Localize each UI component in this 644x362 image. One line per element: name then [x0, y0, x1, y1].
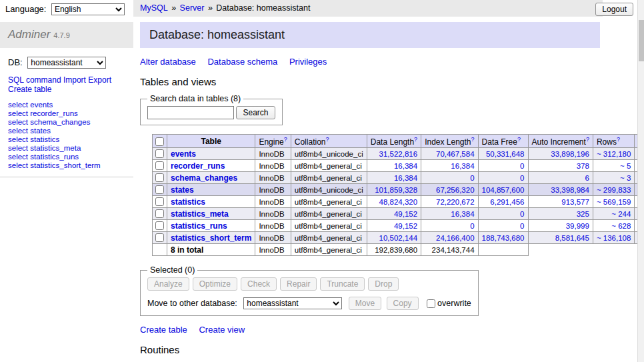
row-checkbox-recorder_runs[interactable]: [155, 161, 164, 170]
select-link-statistics_runs[interactable]: select: [8, 153, 28, 161]
table-name-link-schema_changes[interactable]: schema_changes: [171, 173, 237, 183]
help-link-data-length[interactable]: ?: [414, 136, 417, 143]
db-link-privileges[interactable]: Privileges: [289, 57, 327, 67]
data-free-link[interactable]: 0: [520, 222, 524, 230]
db-link-alter-database[interactable]: Alter database: [140, 57, 196, 67]
data-free-link[interactable]: 0: [520, 210, 524, 218]
data-free-link[interactable]: 0: [520, 174, 524, 182]
index-length-link[interactable]: 0: [470, 174, 474, 182]
table-name-link-states[interactable]: states: [171, 185, 194, 195]
data-length-link[interactable]: 31,522,816: [379, 150, 418, 158]
overwrite-option[interactable]: overwrite: [427, 299, 471, 308]
data-length-link[interactable]: 16,384: [394, 162, 417, 170]
db-link-database-schema[interactable]: Database schema: [207, 57, 277, 67]
data-length-link[interactable]: 49,152: [394, 210, 417, 218]
index-length-link[interactable]: 16,384: [451, 162, 474, 170]
auto-increment-link[interactable]: 6: [585, 174, 589, 182]
row-checkbox-statistics_runs[interactable]: [155, 221, 164, 230]
check-button[interactable]: Check: [241, 277, 277, 291]
table-name-link-statistics[interactable]: statistics: [171, 197, 205, 207]
select-link-statistics[interactable]: select: [8, 135, 28, 143]
drop-button[interactable]: Drop: [368, 277, 399, 291]
sidebar-table-link-statistics_short_term[interactable]: statistics_short_term: [30, 161, 100, 169]
data-length-link[interactable]: 10,502,144: [379, 234, 418, 242]
data-free-link[interactable]: 0: [520, 162, 524, 170]
data-free-link[interactable]: 6,291,456: [490, 198, 524, 206]
sidebar-link-sql-command[interactable]: SQL command: [8, 75, 61, 85]
index-length-link[interactable]: 70,467,584: [436, 150, 475, 158]
rows-link[interactable]: ~ 569,159: [597, 198, 631, 206]
analyze-button[interactable]: Analyze: [147, 277, 189, 291]
data-free-link[interactable]: 188,743,680: [482, 234, 525, 242]
sidebar-table-link-statistics_meta[interactable]: statistics_meta: [30, 144, 81, 152]
index-length-link[interactable]: 67,256,320: [436, 186, 475, 194]
auto-increment-link[interactable]: 33,398,984: [551, 186, 589, 194]
sidebar-link-export[interactable]: Export: [88, 75, 111, 85]
rows-link[interactable]: ~ 136,108: [597, 234, 631, 242]
sidebar-link-import[interactable]: Import: [63, 75, 86, 85]
table-name-link-recorder_runs[interactable]: recorder_runs: [171, 161, 225, 171]
help-link-collation[interactable]: ?: [325, 136, 329, 143]
table-name-link-events[interactable]: events: [171, 149, 196, 159]
data-length-link[interactable]: 48,824,320: [379, 198, 418, 206]
search-input[interactable]: [147, 106, 234, 119]
rows-link[interactable]: ~ 5: [620, 162, 631, 170]
rows-link[interactable]: ~ 312,180: [597, 150, 631, 158]
select-all-checkbox[interactable]: [155, 137, 164, 146]
select-link-states[interactable]: select: [8, 127, 28, 135]
move-button[interactable]: Move: [349, 297, 381, 310]
auto-increment-link[interactable]: 325: [577, 210, 589, 218]
data-length-link[interactable]: 101,859,328: [375, 186, 417, 194]
rows-link[interactable]: ~ 3: [620, 174, 631, 182]
index-length-link[interactable]: 72,220,672: [436, 198, 475, 206]
logout-button[interactable]: Logout: [595, 3, 633, 16]
create-link-create-view[interactable]: Create view: [199, 325, 245, 335]
select-link-schema_changes[interactable]: select: [8, 118, 28, 126]
help-link-data-free[interactable]: ?: [517, 136, 521, 143]
search-button[interactable]: Search: [236, 106, 275, 119]
move-database-select[interactable]: homeassistant: [243, 297, 342, 309]
auto-increment-link[interactable]: 8,581,645: [555, 234, 589, 242]
row-checkbox-statistics_short_term[interactable]: [155, 233, 164, 242]
create-link-create-table[interactable]: Create table: [140, 325, 187, 335]
auto-increment-link[interactable]: 913,577: [561, 198, 589, 206]
db-select[interactable]: homeassistant: [27, 57, 106, 69]
language-select[interactable]: English: [51, 3, 125, 15]
row-checkbox-statistics[interactable]: [155, 197, 164, 206]
rows-link[interactable]: ~ 244: [611, 210, 631, 218]
row-checkbox-statistics_meta[interactable]: [155, 209, 164, 218]
index-length-link[interactable]: 24,166,400: [436, 234, 475, 242]
auto-increment-link[interactable]: 33,898,196: [551, 150, 589, 158]
sidebar-table-link-schema_changes[interactable]: schema_changes: [30, 118, 90, 126]
breadcrumb-link-mysql[interactable]: MySQL: [140, 3, 168, 13]
table-name-link-statistics_short_term[interactable]: statistics_short_term: [171, 233, 251, 243]
vertical-scrollbar[interactable]: [637, 0, 644, 362]
table-name-link-statistics_runs[interactable]: statistics_runs: [171, 221, 227, 231]
auto-increment-link[interactable]: 378: [577, 162, 589, 170]
sidebar-table-link-statistics_runs[interactable]: statistics_runs: [30, 153, 79, 161]
data-free-link[interactable]: 104,857,600: [482, 186, 525, 194]
data-length-link[interactable]: 49,152: [394, 222, 417, 230]
breadcrumb-link-server[interactable]: Server: [180, 3, 205, 13]
index-length-link[interactable]: 16,384: [451, 210, 474, 218]
select-link-recorder_runs[interactable]: select: [8, 109, 28, 117]
data-free-link[interactable]: 50,331,648: [486, 150, 525, 158]
rows-link[interactable]: ~ 299,833: [597, 186, 631, 194]
truncate-button[interactable]: Truncate: [320, 277, 365, 291]
row-checkbox-schema_changes[interactable]: [155, 173, 164, 182]
scrollbar-thumb[interactable]: [639, 20, 644, 61]
help-link-engine[interactable]: ?: [284, 136, 287, 143]
index-length-link[interactable]: 0: [470, 222, 474, 230]
data-length-link[interactable]: 16,384: [394, 174, 417, 182]
sidebar-table-link-recorder_runs[interactable]: recorder_runs: [30, 109, 78, 117]
help-link-index-length[interactable]: ?: [471, 136, 475, 143]
optimize-button[interactable]: Optimize: [193, 277, 237, 291]
repair-button[interactable]: Repair: [280, 277, 317, 291]
sidebar-table-link-states[interactable]: states: [30, 127, 51, 135]
sidebar-table-link-events[interactable]: events: [30, 101, 53, 109]
sidebar-table-link-statistics[interactable]: statistics: [30, 135, 59, 143]
row-checkbox-events[interactable]: [155, 149, 164, 158]
sidebar-link-create-table[interactable]: Create table: [8, 85, 51, 94]
row-checkbox-states[interactable]: [155, 185, 164, 194]
table-name-link-statistics_meta[interactable]: statistics_meta: [171, 209, 229, 219]
